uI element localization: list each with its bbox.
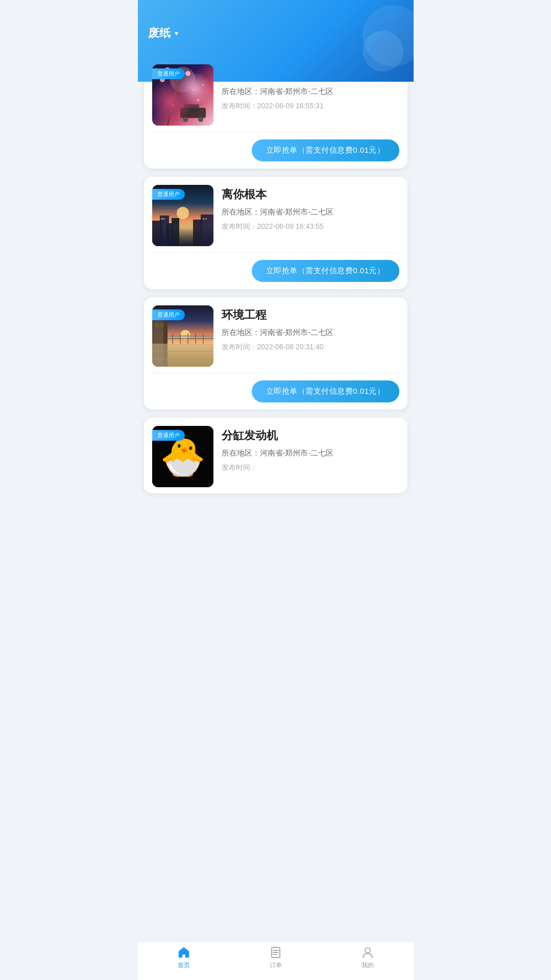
nav-label-mine: 我的 bbox=[362, 961, 374, 970]
svg-rect-23 bbox=[193, 220, 202, 246]
svg-rect-27 bbox=[203, 218, 204, 220]
svg-point-49 bbox=[183, 445, 190, 453]
listing-card-2: 普通用户 离你根本 所在地区：河南省-郑州市-二七区 发布时间：2022-06-… bbox=[144, 177, 408, 289]
svg-point-11 bbox=[172, 104, 174, 106]
avatar-wrap-3: 普通用户 bbox=[152, 305, 213, 367]
svg-marker-54 bbox=[180, 454, 186, 457]
svg-rect-26 bbox=[163, 218, 165, 220]
svg-rect-32 bbox=[155, 323, 159, 327]
nav-item-order[interactable]: 订单 bbox=[255, 946, 296, 970]
grab-button-3[interactable]: 立即抢单（需支付信息费0.01元） bbox=[252, 380, 399, 402]
svg-rect-28 bbox=[205, 218, 207, 220]
person-icon bbox=[361, 946, 374, 959]
content-area: 普通用户 陶冶 所在地区：河南省-郑州市-二七区 发布时间：2022-06-09… bbox=[138, 56, 414, 542]
card-time-4: 发布时间： bbox=[222, 463, 399, 472]
card-info-3: 环境工程 所在地区：河南省-郑州市-二七区 发布时间：2022-06-08 20… bbox=[222, 305, 399, 367]
svg-point-16 bbox=[198, 117, 203, 122]
nav-label-home: 首页 bbox=[178, 961, 190, 970]
svg-line-56 bbox=[184, 445, 190, 447]
svg-point-6 bbox=[185, 71, 190, 76]
svg-point-51 bbox=[185, 448, 189, 452]
avatar-wrap-2: 普通用户 bbox=[152, 185, 213, 246]
card-name-2: 离你根本 bbox=[222, 187, 399, 202]
svg-rect-14 bbox=[184, 104, 199, 112]
avatar-wrap-1: 普通用户 bbox=[152, 64, 213, 126]
svg-point-46 bbox=[169, 450, 197, 475]
svg-point-18 bbox=[177, 207, 189, 219]
card-top-3: 普通用户 环境工程 所在地区：河南省-郑州市-二七区 发布时间：2022-06-… bbox=[144, 297, 408, 373]
svg-point-65 bbox=[365, 948, 370, 953]
svg-point-15 bbox=[183, 117, 188, 122]
svg-rect-20 bbox=[160, 216, 169, 246]
card-location-3: 所在地区：河南省-郑州市-二七区 bbox=[222, 328, 399, 338]
card-action-1: 立即抢单（需支付信息费0.01元） bbox=[144, 132, 408, 169]
svg-rect-25 bbox=[161, 218, 163, 220]
card-time-3: 发布时间：2022-06-08 20:31:40 bbox=[222, 343, 399, 352]
grab-button-2[interactable]: 立即抢单（需支付信息费0.01元） bbox=[252, 260, 399, 282]
avatar-wrap-4: 普通用户 bbox=[152, 426, 213, 487]
svg-rect-13 bbox=[180, 108, 206, 118]
svg-rect-21 bbox=[166, 223, 173, 246]
nav-item-mine[interactable]: 我的 bbox=[347, 946, 388, 970]
svg-point-52 bbox=[179, 448, 181, 450]
svg-point-60 bbox=[183, 472, 193, 477]
home-icon bbox=[177, 946, 190, 959]
card-action-3: 立即抢单（需支付信息费0.01元） bbox=[144, 373, 408, 410]
card-time-1: 发布时间：2022-06-09 16:55:31 bbox=[222, 102, 399, 111]
svg-rect-22 bbox=[172, 218, 179, 246]
svg-point-57 bbox=[163, 455, 176, 471]
card-location-2: 所在地区：河南省-郑州市-二七区 bbox=[222, 207, 399, 217]
listing-card-4: 普通用户 分缸发动机 所在地区：河南省-郑州市-二七区 发布时间： bbox=[144, 418, 408, 493]
svg-rect-24 bbox=[201, 214, 213, 246]
svg-point-58 bbox=[189, 455, 202, 471]
svg-point-50 bbox=[177, 448, 181, 452]
card-location-4: 所在地区：河南省-郑州市-二七区 bbox=[222, 448, 399, 458]
svg-point-48 bbox=[175, 445, 182, 453]
svg-point-9 bbox=[192, 89, 194, 91]
card-info-4: 分缸发动机 所在地区：河南省-郑州市-二七区 发布时间： bbox=[222, 426, 399, 487]
card-top-2: 普通用户 离你根本 所在地区：河南省-郑州市-二七区 发布时间：2022-06-… bbox=[144, 177, 408, 252]
chevron-down-icon[interactable]: ▾ bbox=[175, 29, 178, 37]
svg-point-53 bbox=[187, 448, 189, 450]
bottom-nav: 首页 订单 我的 bbox=[138, 941, 414, 980]
listing-card-3: 普通用户 环境工程 所在地区：河南省-郑州市-二七区 发布时间：2022-06-… bbox=[144, 297, 408, 410]
svg-point-12 bbox=[202, 84, 204, 86]
card-name-3: 环境工程 bbox=[222, 307, 399, 323]
svg-point-47 bbox=[172, 440, 194, 463]
nav-item-home[interactable]: 首页 bbox=[163, 946, 204, 970]
user-badge-4: 普通用户 bbox=[152, 430, 185, 441]
card-info-2: 离你根本 所在地区：河南省-郑州市-二七区 发布时间：2022-06-09 16… bbox=[222, 185, 399, 246]
card-location-1: 所在地区：河南省-郑州市-二七区 bbox=[222, 87, 399, 97]
order-icon bbox=[269, 946, 282, 959]
svg-rect-19 bbox=[152, 221, 162, 246]
card-time-2: 发布时间：2022-06-09 16:43:55 bbox=[222, 222, 399, 231]
user-badge-3: 普通用户 bbox=[152, 309, 185, 320]
card-name-4: 分缸发动机 bbox=[222, 428, 399, 443]
nav-label-order: 订单 bbox=[270, 961, 282, 970]
user-badge-2: 普通用户 bbox=[152, 189, 185, 200]
page-title: 废纸 bbox=[148, 26, 171, 41]
card-top-4: 普通用户 分缸发动机 所在地区：河南省-郑州市-二七区 发布时间： bbox=[144, 418, 408, 493]
svg-point-10 bbox=[197, 99, 199, 101]
svg-rect-42 bbox=[152, 344, 213, 367]
user-badge-1: 普通用户 bbox=[152, 68, 185, 79]
svg-point-59 bbox=[173, 472, 183, 477]
svg-line-2 bbox=[167, 85, 178, 126]
grab-button-1[interactable]: 立即抢单（需支付信息费0.01元） bbox=[252, 139, 399, 161]
card-action-2: 立即抢单（需支付信息费0.01元） bbox=[144, 253, 408, 289]
svg-line-55 bbox=[176, 445, 181, 447]
